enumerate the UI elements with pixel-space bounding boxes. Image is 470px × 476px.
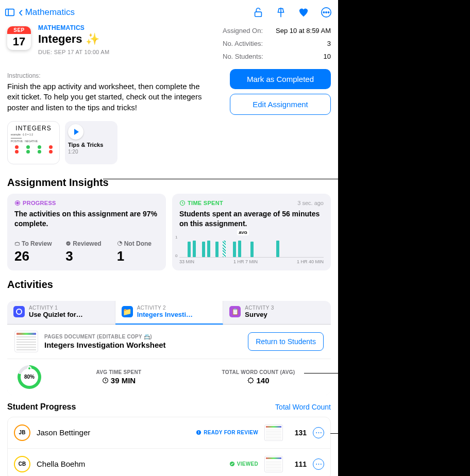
mark-completed-button[interactable]: Mark as Completed: [230, 69, 331, 89]
assignment-title: Integers ✨: [38, 32, 109, 46]
svg-marker-14: [248, 378, 254, 383]
document-thumbnail[interactable]: [14, 331, 38, 352]
sidebar-toggle-icon[interactable]: [4, 7, 15, 18]
play-icon: [68, 124, 83, 140]
unlock-icon[interactable]: [253, 7, 264, 18]
assignment-meta: Assigned On:Sep 10 at 8:59 AM No. Activi…: [223, 24, 331, 63]
student-row[interactable]: CB Chella Boehm VIEWED 111 ⋯: [8, 449, 330, 476]
badge-icon: [247, 377, 254, 384]
document-type: PAGES DOCUMENT (EDITABLE COPY 📇): [44, 334, 242, 339]
time-spent-card[interactable]: TIME SPENT 3 sec. ago Students spent an …: [172, 194, 331, 270]
student-name: Chella Boehm: [37, 460, 223, 468]
clock-icon: [102, 377, 109, 384]
back-label: Mathematics: [25, 7, 75, 18]
date-day: 17: [7, 34, 31, 48]
attachment-poster[interactable]: INTEGERS example: -1·3 = 1·2━━━━━━━POSIT…: [7, 121, 60, 164]
time-chart: 1 0 AVG: [179, 236, 324, 258]
tab-activity-2[interactable]: 📁 ACTIVITY 2Integers Investi…: [115, 301, 224, 325]
heart-icon[interactable]: [298, 7, 309, 18]
more-icon[interactable]: [321, 7, 332, 18]
return-to-students-button[interactable]: Return to Students: [248, 332, 324, 351]
student-name: Jason Bettinger: [37, 428, 190, 437]
status-badge: READY FOR REVIEW: [196, 430, 258, 435]
tab-activity-1[interactable]: ACTIVITY 1Use Quizlet for…: [7, 301, 115, 324]
work-thumbnail[interactable]: [264, 424, 283, 441]
attachments-row: INTEGERS example: -1·3 = 1·2━━━━━━━POSIT…: [0, 115, 338, 174]
pin-icon[interactable]: [275, 7, 287, 18]
tab-activity-3[interactable]: 📋 ACTIVITY 3Survey: [223, 301, 331, 324]
quizlet-icon: [13, 306, 25, 317]
student-list: JB Jason Bettinger READY FOR REVIEW 131 …: [7, 417, 331, 476]
svg-rect-0: [6, 9, 14, 15]
instructions-text: Finish the app activity and worksheet, t…: [0, 81, 211, 113]
document-row: PAGES DOCUMENT (EDITABLE COPY 📇) Integer…: [7, 325, 331, 359]
due-label: DUE: SEP 17 AT 10:00 AM: [38, 49, 109, 55]
progress-text: The activities on this assignment are 97…: [14, 209, 159, 229]
folder-icon: 📁: [122, 306, 133, 317]
progress-tag: PROGRESS: [14, 200, 159, 206]
callout-line: [330, 433, 338, 434]
status-badge: VIEWED: [229, 461, 258, 467]
activity-tabs: ACTIVITY 1Use Quizlet for… 📁 ACTIVITY 2I…: [7, 301, 331, 325]
student-progress-title: Student Progress: [7, 402, 76, 412]
time-tag: TIME SPENT: [179, 200, 223, 206]
svg-point-5: [326, 11, 327, 12]
time-text: Students spent an average of 56 minutes …: [179, 209, 324, 229]
activities-card: ACTIVITY 1Use Quizlet for… 📁 ACTIVITY 2I…: [7, 301, 331, 395]
chevron-left-icon: ‹: [19, 4, 23, 20]
svg-point-6: [328, 11, 329, 12]
category-label: MATHEMATICS: [38, 24, 109, 31]
word-count-value: 131: [289, 429, 307, 437]
work-thumbnail[interactable]: [264, 456, 283, 472]
insights-title: Assignment Insights: [0, 174, 338, 194]
svg-point-10: [66, 242, 71, 246]
metrics-row: 80% AVG TIME SPENT 39 MIN TOTAL WORD COU…: [7, 359, 331, 395]
sort-dropdown[interactable]: Total Word Count: [275, 403, 331, 411]
activities-title: Activities: [0, 270, 338, 296]
instructions-label: Instructions:: [0, 63, 211, 81]
row-more-button[interactable]: ⋯: [313, 427, 324, 438]
time-subtext: 3 sec. ago: [297, 200, 324, 206]
sparkle-icon: ✨: [86, 32, 99, 46]
document-title: Integers Investigation Worksheet: [44, 341, 242, 349]
svg-point-4: [323, 11, 324, 12]
top-bar: ‹ Mathematics: [0, 0, 338, 24]
attachment-audio[interactable]: Tips & Tricks 1:20: [65, 121, 118, 164]
svg-point-8: [16, 202, 19, 204]
row-more-button[interactable]: ⋯: [313, 458, 324, 470]
avatar: CB: [14, 456, 30, 472]
percent-ring: 80%: [18, 365, 41, 389]
date-month: SEP: [7, 26, 31, 34]
word-count-value: 111: [289, 460, 307, 468]
date-chip: SEP 17: [7, 26, 31, 50]
assignment-header: SEP 17 MATHEMATICS Integers ✨ DUE: SEP 1…: [0, 24, 338, 63]
student-row[interactable]: JB Jason Bettinger READY FOR REVIEW 131 …: [8, 417, 330, 449]
back-button[interactable]: ‹ Mathematics: [4, 4, 75, 20]
avatar: JB: [14, 424, 30, 441]
callout-line: [103, 179, 338, 179]
callout-line: [304, 373, 338, 373]
svg-rect-2: [255, 12, 262, 16]
progress-card[interactable]: PROGRESS The activities on this assignme…: [7, 194, 166, 270]
survey-icon: 📋: [229, 306, 241, 317]
edit-assignment-button[interactable]: Edit Assignment: [230, 94, 331, 115]
